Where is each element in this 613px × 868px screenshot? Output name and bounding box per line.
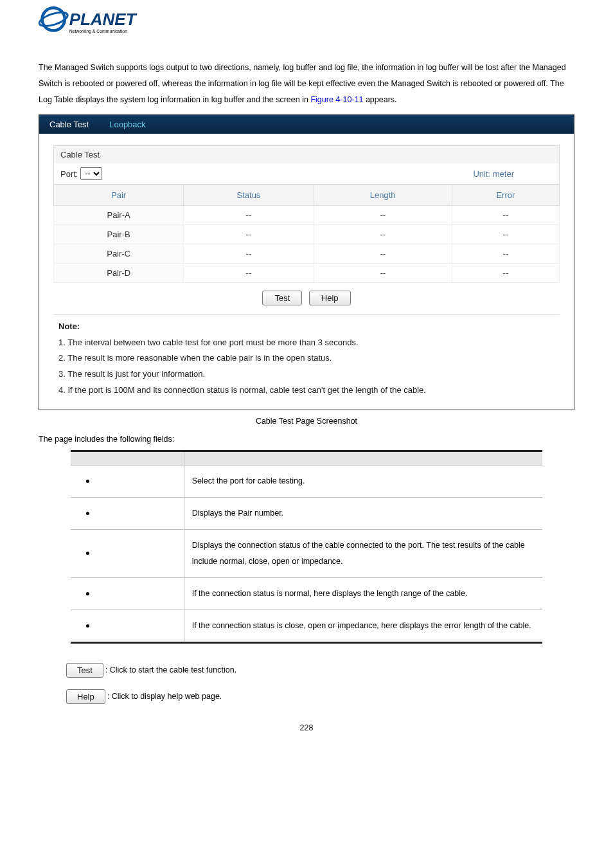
intro-text-a: The Managed Switch supports logs output … [39, 63, 566, 104]
intro-text-b: appears. [363, 95, 396, 104]
help-button[interactable]: Help [309, 291, 351, 305]
test-button-inline[interactable]: Test [66, 663, 103, 678]
figure-reference: Figure 4-10-11 [310, 95, 363, 104]
notes-block: Note: 1. The interval between two cable … [53, 314, 560, 401]
param-col-desc [184, 451, 542, 466]
svg-text:Networking & Communication: Networking & Communication [69, 29, 128, 34]
fields-intro: The page includes the following fields: [39, 435, 574, 444]
col-error: Error [452, 185, 559, 206]
section-title: Cable Test [53, 145, 560, 163]
planet-logo-icon: PLANET Networking & Communication [39, 6, 161, 42]
col-pair: Pair [54, 185, 184, 206]
note-1: 1. The interval between two cable test f… [58, 335, 555, 351]
param-col-object [71, 451, 184, 466]
table-row: If the connection status is normal, here… [71, 578, 542, 610]
brand-logo: PLANET Networking & Communication [39, 6, 574, 42]
test-button-description: Test: Click to start the cable test func… [64, 663, 574, 678]
parameter-table: Select the port for cable testing. Displ… [71, 450, 542, 644]
help-button-description: Help: Click to display help web page. [64, 689, 574, 704]
tab-loopback[interactable]: Loopback [99, 115, 155, 134]
table-row: Pair-A -- -- -- [54, 206, 560, 225]
bullet-icon [86, 624, 89, 628]
unit-label: Unit: meter [473, 169, 514, 179]
bullet-icon [86, 592, 89, 595]
note-3: 3. The result is just for your informati… [58, 366, 555, 383]
table-row: Select the port for cable testing. [71, 466, 542, 498]
port-label: Port: [60, 169, 78, 179]
col-status: Status [184, 185, 314, 206]
col-length: Length [314, 185, 452, 206]
figure-caption: Cable Test Page Screenshot [39, 417, 574, 426]
cable-test-table: Pair Status Length Error Pair-A -- -- --… [53, 185, 560, 283]
note-2: 2. The result is more reasonable when th… [58, 350, 555, 366]
table-row: Displays the Pair number. [71, 498, 542, 530]
tab-cable-test[interactable]: Cable Test [39, 115, 99, 134]
test-button-text: : Click to start the cable test function… [105, 665, 236, 674]
table-row: Pair-C -- -- -- [54, 244, 560, 264]
table-row: Displays the connection status of the ca… [71, 530, 542, 578]
svg-point-0 [42, 8, 65, 30]
table-row: If the connection status is close, open … [71, 610, 542, 643]
bullet-icon [86, 552, 89, 555]
help-button-text: : Click to display help web page. [107, 692, 222, 701]
bullet-icon [86, 512, 89, 515]
note-heading: Note: [58, 319, 555, 335]
port-select[interactable]: -- [80, 167, 102, 180]
tab-bar: Cable Test Loopback [39, 115, 574, 134]
note-4: 4. If the port is 100M and its connectio… [58, 383, 555, 399]
help-button-inline[interactable]: Help [66, 689, 105, 704]
bullet-icon [86, 480, 89, 483]
cable-test-screenshot: Cable Test Loopback Cable Test Port: -- … [39, 114, 574, 410]
svg-text:PLANET: PLANET [69, 10, 138, 29]
table-row: Pair-B -- -- -- [54, 225, 560, 244]
test-button[interactable]: Test [262, 291, 302, 305]
page-number: 228 [39, 723, 574, 732]
intro-paragraph: The Managed Switch supports logs output … [39, 60, 574, 108]
table-row: Pair-D -- -- -- [54, 264, 560, 283]
